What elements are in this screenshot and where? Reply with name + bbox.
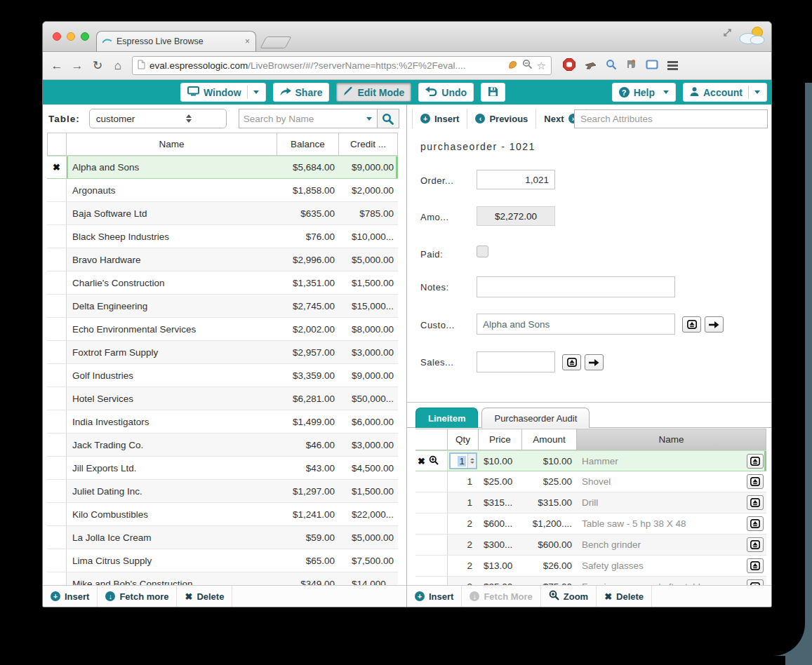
delete-customer-button[interactable]: ✖Delete (177, 586, 232, 607)
search-by-name-input[interactable] (239, 109, 361, 128)
elephant-extension-icon[interactable] (626, 59, 637, 72)
insert-customer-button[interactable]: +Insert (43, 586, 98, 607)
share-button[interactable]: Share (273, 83, 330, 102)
sales-goto-button[interactable] (585, 354, 604, 370)
previous-button[interactable]: ‹Previous (467, 109, 536, 128)
frame-extension-icon[interactable] (646, 60, 658, 72)
delete-row-icon[interactable]: ✖ (53, 163, 60, 172)
qty-spinner[interactable]: 1 (449, 452, 477, 469)
expand-icon[interactable] (723, 27, 732, 40)
reload-icon[interactable]: ↻ (90, 60, 105, 72)
delete-lineitem-button[interactable]: ✖Delete (597, 586, 652, 607)
customer-row[interactable]: Charlie's Construction$1,351.00$1,500.00 (47, 271, 398, 295)
notes-input[interactable] (477, 276, 675, 297)
lineitem-lookup-button[interactable] (747, 516, 764, 531)
close-window-button[interactable] (53, 32, 61, 41)
save-button[interactable] (481, 83, 505, 102)
sales-lookup-button[interactable] (562, 354, 581, 370)
lineitem-lookup-button[interactable] (747, 558, 764, 573)
customer-row[interactable]: Black Sheep Industries$76.00$10,000... (47, 225, 398, 248)
lineitem-lookup-button[interactable] (747, 454, 764, 469)
window-dropdown-caret[interactable] (247, 86, 259, 99)
customer-row[interactable]: Jill Exports Ltd.$43.00$4,500.00 (47, 457, 398, 480)
sales-rep-input[interactable] (477, 351, 555, 372)
customer-row[interactable]: Argonauts$1,858.00$2,000.00 (47, 179, 398, 202)
undo-button[interactable]: Undo (418, 83, 474, 102)
stop-extension-icon[interactable] (563, 58, 575, 74)
customer-row[interactable]: Lima Citrus Supply$65.00$7,500.00 (47, 549, 398, 572)
tab-lineitem[interactable]: Lineitem (415, 408, 478, 428)
zoom-out-icon[interactable] (522, 59, 533, 72)
lineitem-lookup-button[interactable] (747, 537, 764, 552)
tab-close-icon[interactable]: × (245, 37, 250, 46)
customer-row[interactable]: Golf Industries$3,359.00$9,000.00 (47, 364, 398, 387)
account-button[interactable]: Account (683, 83, 767, 102)
customer-row[interactable]: Juliet Dating Inc.$1,297.00$1,500.00 (47, 480, 398, 503)
browser-tab[interactable]: Espresso Live Browse × (96, 31, 256, 51)
tab-purchaseorder-audit[interactable]: Purchaseorder Audit (481, 408, 590, 428)
lineitem-row[interactable]: 1$315...$315.00Drill (415, 492, 766, 513)
zoom-window-button[interactable] (81, 32, 89, 41)
url-bar[interactable]: eval.espressologic.com/LiveBrowser/#/?se… (132, 56, 552, 75)
account-dropdown-caret[interactable] (748, 86, 760, 99)
customer-row[interactable]: Jack Trading Co.$46.00$3,000.00 (47, 434, 398, 457)
customer-row[interactable]: Foxtrot Farm Supply$2,957.00$3,000.00 (47, 341, 398, 364)
customer-row[interactable]: ✖Alpha and Sons$5,684.00$9,000.00 (47, 156, 398, 179)
lineitem-row[interactable]: 2$300...$600.00Bench grinder (415, 535, 766, 556)
new-tab-button[interactable] (260, 36, 291, 48)
customer-goto-button[interactable] (705, 316, 724, 332)
window-button[interactable]: Window (180, 83, 266, 102)
column-header-name[interactable]: Name (577, 429, 766, 450)
delete-row-icon[interactable]: ✖ (418, 457, 425, 466)
theme-paw-icon[interactable] (508, 60, 518, 72)
order-number-input[interactable] (477, 170, 555, 189)
lineitem-lookup-button[interactable] (747, 495, 764, 510)
customer-row[interactable]: Baja Software Ltd$635.00$785.00 (47, 202, 398, 225)
search-dropdown-caret[interactable] (361, 109, 377, 128)
customer-row[interactable]: Delta Engineering$2,745.00$15,000... (47, 295, 398, 318)
column-header-qty[interactable]: Qty (448, 429, 479, 450)
lineitem-row[interactable]: 2$13.00$26.00Safety glasses (415, 556, 766, 577)
home-icon[interactable]: ⌂ (110, 60, 126, 72)
paid-checkbox[interactable] (477, 246, 488, 257)
customer-lookup-button[interactable] (682, 316, 701, 332)
lineitem-row[interactable]: 2$600...$1,200....Table saw - 5 hp 38 X … (415, 513, 766, 535)
customer-row[interactable]: Hotel Services$6,281.00$50,000... (47, 387, 398, 410)
edit-mode-button[interactable]: Edit Mode (336, 83, 411, 102)
search-attributes-input[interactable] (574, 109, 768, 128)
customer-row[interactable]: La Jolla Ice Cream$59.00$5,000.00 (47, 526, 398, 549)
zoom-row-icon[interactable] (429, 455, 439, 467)
customer-row[interactable]: India Investigators$1,499.00$6,000.00 (47, 410, 398, 434)
help-button[interactable]: ? Help (612, 83, 676, 102)
column-header-credit[interactable]: Credit ... (339, 133, 398, 155)
customer-row[interactable]: Mike and Bob's Construction$349.00$14,00… (47, 572, 398, 586)
minimize-window-button[interactable] (67, 32, 75, 41)
search-extension-icon[interactable] (606, 59, 617, 73)
customer-row[interactable]: Kilo Combustibles$1,241.00$22,000... (47, 503, 398, 526)
search-button[interactable] (377, 109, 399, 128)
lineitem-lookup-button[interactable] (747, 474, 764, 489)
menu-icon[interactable] (667, 61, 678, 70)
fetch-more-button[interactable]: ↓Fetch more (98, 586, 177, 607)
column-header-price[interactable]: Price (479, 429, 522, 450)
customer-row[interactable]: Echo Environmental Services$2,002.00$8,0… (47, 318, 398, 341)
browser-titlebar[interactable]: Espresso Live Browse × (43, 22, 771, 52)
forward-icon[interactable]: → (69, 60, 85, 72)
column-header-name[interactable]: Name (67, 133, 277, 155)
insert-lineitem-button[interactable]: +Insert (407, 586, 462, 607)
back-icon[interactable]: ← (49, 60, 65, 72)
help-dropdown-caret[interactable] (660, 86, 669, 99)
column-header-balance[interactable]: Balance (277, 133, 339, 155)
customer-name-input[interactable] (477, 314, 675, 335)
zoom-lineitem-button[interactable]: Zoom (541, 586, 597, 607)
table-select[interactable]: customer (89, 109, 227, 128)
lineitem-row[interactable]: ✖1$10.00$10.00Hammer (415, 450, 766, 471)
fetch-more-lineitems-button[interactable]: ↓Fetch More (462, 586, 540, 607)
insert-order-button[interactable]: +Insert (412, 109, 467, 128)
lineitem-row[interactable]: 1$25.00$25.00Shovel (415, 471, 766, 492)
tool-extension-icon[interactable] (585, 60, 597, 72)
spinner-arrows-icon[interactable] (467, 454, 476, 468)
column-header-amount[interactable]: Amount (522, 429, 577, 450)
customer-row[interactable]: Bravo Hardware$2,996.00$5,000.00 (47, 248, 398, 271)
bookmark-star-icon[interactable]: ☆ (537, 60, 546, 71)
